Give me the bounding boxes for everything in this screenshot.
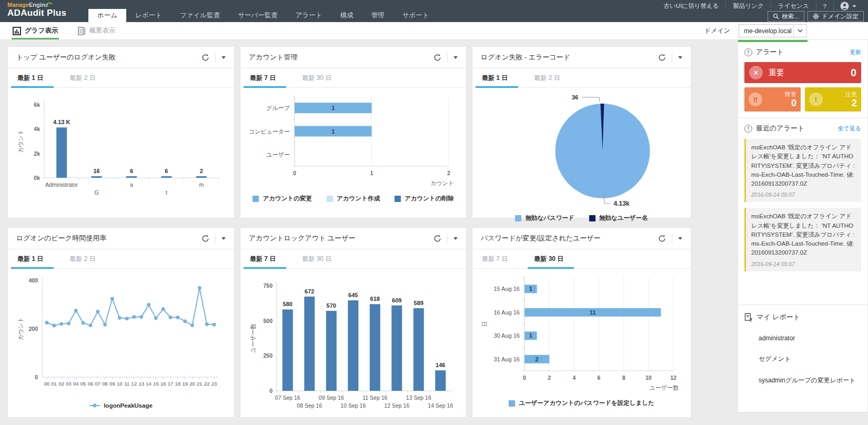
tab-graph-view-label: グラフ表示 xyxy=(25,26,58,35)
severity-attention[interactable]: ! 注意 2 xyxy=(805,87,861,112)
svg-text:10: 10 xyxy=(117,381,123,387)
card-tabs: 最新 7 日最新 30 日 xyxy=(472,249,691,269)
report-doc-icon xyxy=(744,313,753,321)
alert-list-item[interactable]: msExchOAB '既定のオフライン アドレス帳'を変更しました： 'NT A… xyxy=(744,208,861,271)
nav-item-6[interactable]: 管理 xyxy=(362,9,393,22)
svg-text:1: 1 xyxy=(331,105,335,111)
svg-text:18: 18 xyxy=(175,381,181,387)
attention-label: 注意 xyxy=(845,90,857,98)
svg-text:07 Sep 16: 07 Sep 16 xyxy=(275,394,300,401)
refresh-icon[interactable] xyxy=(433,235,441,242)
refresh-icon[interactable] xyxy=(433,54,441,62)
legend-swatch xyxy=(589,215,596,221)
search-box[interactable]: 検索... xyxy=(768,11,804,22)
refresh-icon[interactable] xyxy=(658,235,666,242)
nav-item-1[interactable]: レポート xyxy=(126,9,171,22)
card-tab[interactable]: 最新 30 日 xyxy=(301,249,332,268)
card-menu-caret[interactable] xyxy=(221,237,226,240)
svg-text:0: 0 xyxy=(523,375,526,381)
refresh-icon[interactable] xyxy=(201,54,209,62)
recent-alerts-section: ! 最近のアラート 全て見る msExchOAB '既定のオフライン アドレス帳… xyxy=(738,118,867,278)
chart-area: 364.13k無効なパスワード無効なユーザー名 xyxy=(472,88,691,222)
tab-summary-view[interactable]: 概要表示 xyxy=(78,22,115,39)
card-tab[interactable]: 最新 2 日 xyxy=(68,249,96,268)
card-tab[interactable]: 最新 2 日 xyxy=(68,68,96,87)
help-link[interactable]: ? xyxy=(816,3,833,9)
svg-text:580: 580 xyxy=(283,301,292,307)
tab-graph-view[interactable]: グラフ表示 xyxy=(13,22,58,39)
severity-row: ‼ 障害 0 ! 注意 2 xyxy=(744,87,861,112)
nav-item-5[interactable]: 構成 xyxy=(331,9,362,22)
legend-item: 無効なユーザー名 xyxy=(589,214,648,222)
product-links-link[interactable]: 製品リンク xyxy=(725,2,770,10)
card-title: アカウント管理 xyxy=(249,53,433,62)
leaf-icon xyxy=(45,2,53,7)
view-all-link[interactable]: 全て見る xyxy=(837,125,861,133)
svg-text:20: 20 xyxy=(189,381,195,387)
recent-alerts-header: ! 最近のアラート 全て見る xyxy=(744,124,861,133)
report-item[interactable]: sysadminグループの変更レポート xyxy=(759,376,861,385)
card-tab[interactable]: 最新 30 日 xyxy=(533,249,564,268)
domain-select-value: me-develop.local xyxy=(739,27,793,35)
alerts-section: ! アラート 更新 ✕ 重要 0 ‼ 障害 0 ! 注意 2 xyxy=(738,42,867,118)
card-menu-caret[interactable] xyxy=(678,56,682,59)
card-tab[interactable]: 最新 2 日 xyxy=(533,68,561,87)
svg-text:カウント: カウント xyxy=(17,129,24,153)
severity-trouble[interactable]: ‼ 障害 0 xyxy=(744,87,801,112)
svg-text:コンピューター: コンピューター xyxy=(249,128,290,135)
license-link[interactable]: ライセンス xyxy=(771,2,816,10)
card-tab[interactable]: 最新 1 日 xyxy=(16,68,44,87)
svg-text:0k: 0k xyxy=(34,175,40,181)
report-item[interactable]: administrator xyxy=(759,335,861,342)
svg-text:31 Aug 16: 31 Aug 16 xyxy=(493,356,520,362)
card-tab[interactable]: 最新 1 日 xyxy=(16,249,44,268)
switch-old-ui-link[interactable]: 古いUIに切り替える xyxy=(657,2,726,10)
horizontal-bar-chart: グループ1コンピューター1ユーザー012カウント xyxy=(248,91,458,189)
user-menu[interactable] xyxy=(833,2,863,11)
nav-item-0[interactable]: ホーム xyxy=(88,9,126,22)
card-tab[interactable]: 最新 7 日 xyxy=(249,68,277,87)
svg-text:ユーザー数: ユーザー数 xyxy=(250,323,256,353)
card-menu-caret[interactable] xyxy=(453,237,458,240)
domain-area: ドメイン me-develop.local xyxy=(704,24,807,37)
nav-item-4[interactable]: アラート xyxy=(287,9,331,22)
svg-text:2: 2 xyxy=(447,170,450,176)
card-tab[interactable]: 最新 30 日 xyxy=(301,68,332,87)
domain-settings-button[interactable]: ドメイン設定 xyxy=(808,11,864,22)
svg-text:1: 1 xyxy=(529,332,532,339)
legend-swatch xyxy=(253,196,259,202)
card-menu-caret[interactable] xyxy=(221,56,226,59)
svg-text:750: 750 xyxy=(263,282,272,289)
card-header: トップ ユーザーのログオン失敗 xyxy=(8,47,234,68)
card-tab[interactable]: 最新 1 日 xyxy=(481,68,509,87)
report-item[interactable]: セグメント xyxy=(759,355,861,363)
card-menu-caret[interactable] xyxy=(678,237,682,240)
top-tools: 検索... ドメイン設定 xyxy=(768,11,864,22)
brand-logo[interactable]: ManageEngine ADAudit Plus xyxy=(7,2,66,18)
nav-item-3[interactable]: サーバー監査 xyxy=(229,9,287,22)
domain-select[interactable]: me-develop.local xyxy=(739,24,807,37)
card-tab[interactable]: 最新 7 日 xyxy=(249,249,277,268)
svg-text:11: 11 xyxy=(124,381,129,387)
svg-text:12 Sep 16: 12 Sep 16 xyxy=(384,402,409,409)
alert-timestamp: 2016-09-14 05:07 xyxy=(751,191,856,198)
card-tab[interactable]: 最新 7 日 xyxy=(481,249,509,268)
search-icon xyxy=(773,13,779,19)
recent-alerts-title: 最近のアラート xyxy=(756,124,804,133)
svg-text:570: 570 xyxy=(327,302,336,309)
severity-critical[interactable]: ✕ 重要 0 xyxy=(744,62,861,83)
refresh-icon[interactable] xyxy=(658,54,666,62)
refresh-icon[interactable] xyxy=(201,235,209,242)
alert-list-item[interactable]: msExchOAB '既定のオフライン アドレス帳'を変更しました： 'NT A… xyxy=(744,139,861,202)
svg-text:14: 14 xyxy=(146,381,152,387)
legend-label: ユーザーアカウントのパスワードを設定しました xyxy=(519,399,654,407)
svg-text:09 Sep 16: 09 Sep 16 xyxy=(319,394,344,401)
nav-item-7[interactable]: サポート xyxy=(393,9,438,22)
svg-text:12: 12 xyxy=(132,381,137,387)
top-links: 古いUIに切り替える製品リンクライセンス? xyxy=(657,1,863,11)
alerts-refresh-link[interactable]: 更新 xyxy=(850,48,861,56)
card-menu-caret[interactable] xyxy=(453,56,458,59)
nav-item-2[interactable]: ファイル監査 xyxy=(171,9,229,22)
chevron-down-icon xyxy=(798,29,803,33)
card-header: パスワードが変更/設定されたユーザー xyxy=(472,228,691,249)
